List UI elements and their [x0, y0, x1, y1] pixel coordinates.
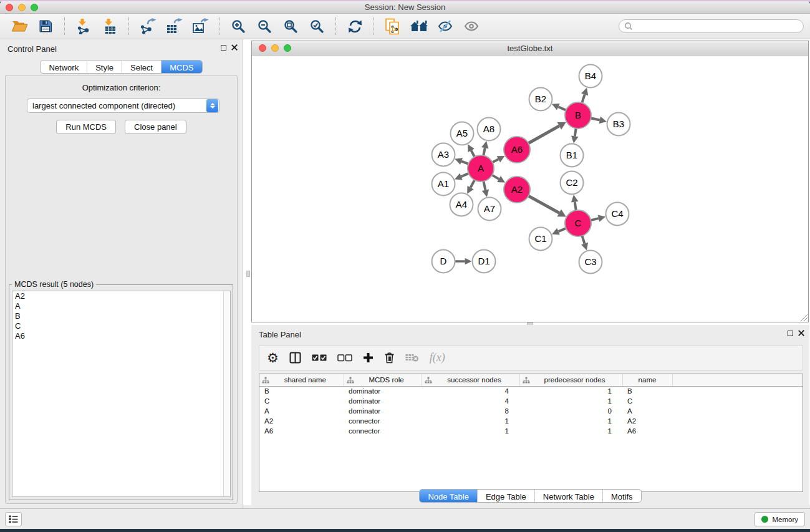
open-session-button[interactable]: [9, 16, 30, 36]
table-row[interactable]: Bdominator41B: [259, 386, 803, 396]
tab-network[interactable]: Network: [41, 60, 87, 73]
float-panel-icon[interactable]: [221, 45, 226, 51]
network-canvas[interactable]: B4B2BB3A8A5A6A3B1AC2A1A2A4A7C4CC1C3DD1: [252, 56, 808, 322]
export-network-button[interactable]: [137, 16, 158, 36]
show-task-history-button[interactable]: [5, 512, 22, 526]
show-view-button[interactable]: [461, 16, 482, 36]
table-cell[interactable]: connector: [344, 416, 422, 426]
run-mcds-button[interactable]: Run MCDS: [56, 120, 116, 134]
close-window-button[interactable]: [6, 4, 13, 11]
table-cell[interactable]: A2: [259, 416, 344, 426]
tab-select[interactable]: Select: [122, 60, 161, 73]
minimize-window-button[interactable]: [18, 4, 26, 11]
tab-style[interactable]: Style: [87, 60, 122, 73]
result-list-scrollbar[interactable]: [223, 291, 230, 496]
float-panel-icon[interactable]: [788, 331, 793, 336]
search-input[interactable]: [636, 22, 798, 31]
graph-edge[interactable]: [575, 202, 576, 211]
node-table[interactable]: shared name MCDS role successor nodes pr…: [259, 374, 803, 436]
table-settings-button[interactable]: ⚙: [267, 352, 279, 364]
graph-edge[interactable]: [558, 107, 566, 110]
graph-edge[interactable]: [528, 196, 559, 213]
memory-button[interactable]: Memory: [755, 512, 805, 526]
table-cell[interactable]: 4: [422, 386, 519, 396]
graph-edge[interactable]: [528, 126, 559, 143]
graph-edge[interactable]: [471, 180, 475, 188]
search-field[interactable]: [619, 19, 804, 33]
column-header-name[interactable]: name: [622, 374, 672, 386]
close-panel-icon[interactable]: [231, 44, 238, 51]
table-cell[interactable]: 1: [519, 396, 622, 406]
table-cell[interactable]: A6: [259, 426, 344, 436]
graph-edge[interactable]: [575, 128, 576, 137]
column-header-successor-nodes[interactable]: successor nodes: [422, 374, 519, 386]
graph-edge[interactable]: [590, 218, 598, 220]
table-cell[interactable]: 8: [422, 406, 519, 416]
tab-network-table[interactable]: Network Table: [534, 490, 602, 502]
table-cell[interactable]: C: [622, 396, 672, 406]
new-network-from-selection-button[interactable]: [382, 16, 403, 36]
table-cell[interactable]: dominator: [344, 406, 422, 416]
table-cell[interactable]: 1: [519, 416, 622, 426]
graph-edge[interactable]: [559, 228, 567, 231]
table-cell[interactable]: 1: [519, 386, 622, 396]
mcds-result-list[interactable]: A2ABCA6: [12, 291, 231, 497]
import-network-button[interactable]: [73, 16, 94, 36]
table-cell[interactable]: 1: [422, 426, 519, 436]
graph-edge[interactable]: [483, 181, 485, 190]
delete-columns-button[interactable]: [384, 352, 395, 364]
zoom-in-button[interactable]: [228, 16, 249, 36]
close-panel-button[interactable]: Close panel: [125, 120, 186, 134]
table-row[interactable]: A2connector11A2: [259, 416, 803, 426]
table-cell[interactable]: 0: [519, 406, 622, 416]
show-columns-button[interactable]: [289, 352, 301, 364]
table-cell[interactable]: A: [622, 406, 672, 416]
graph-edge[interactable]: [582, 94, 585, 103]
table-cell[interactable]: B: [622, 386, 672, 396]
graph-edge[interactable]: [582, 235, 584, 244]
unselect-all-columns-button[interactable]: [337, 354, 352, 362]
column-header-shared-name[interactable]: shared name: [259, 374, 344, 386]
graph-edge[interactable]: [491, 175, 499, 179]
table-row[interactable]: Cdominator41C: [259, 396, 803, 406]
window-resize-grip[interactable]: [799, 313, 808, 321]
column-header-predecessor-nodes[interactable]: predecessor nodes: [519, 374, 622, 386]
result-item[interactable]: A2: [12, 291, 230, 301]
table-cell[interactable]: dominator: [344, 396, 422, 406]
table-cell[interactable]: 4: [422, 396, 519, 406]
zoom-out-button[interactable]: [254, 16, 275, 36]
network-graph[interactable]: B4B2BB3A8A5A6A3B1AC2A1A2A4A7C4CC1C3DD1: [252, 56, 808, 322]
zoom-window-button[interactable]: [31, 4, 38, 11]
function-builder-button[interactable]: f(x): [430, 351, 445, 364]
table-cell[interactable]: B: [259, 386, 344, 396]
delete-table-button[interactable]: [405, 353, 419, 362]
result-item[interactable]: C: [12, 321, 230, 331]
export-table-button[interactable]: [163, 16, 185, 36]
graph-edge[interactable]: [461, 173, 470, 177]
home-button[interactable]: [408, 16, 430, 36]
table-cell[interactable]: A6: [622, 426, 672, 436]
save-session-button[interactable]: [35, 16, 56, 36]
zoom-selected-button[interactable]: [306, 16, 327, 36]
create-column-button[interactable]: [363, 352, 374, 363]
tab-mcds[interactable]: MCDS: [161, 60, 201, 73]
network-close-button[interactable]: [259, 44, 266, 52]
table-cell[interactable]: 1: [422, 416, 519, 426]
table-cell[interactable]: dominator: [344, 386, 422, 396]
table-cell[interactable]: connector: [344, 426, 422, 436]
table-row[interactable]: Adominator80A: [259, 406, 803, 416]
tab-motifs[interactable]: Motifs: [602, 490, 641, 502]
close-panel-icon[interactable]: [798, 330, 804, 336]
column-header-mcds-role[interactable]: MCDS role: [344, 374, 422, 386]
table-row[interactable]: A6connector11A6: [259, 426, 803, 436]
table-cell[interactable]: A2: [622, 416, 672, 426]
network-zoom-button[interactable]: [284, 44, 291, 52]
graph-edge[interactable]: [591, 118, 600, 120]
tab-node-table[interactable]: Node Table: [420, 490, 477, 502]
result-item[interactable]: A: [12, 301, 230, 311]
table-cell[interactable]: C: [259, 396, 344, 406]
result-item[interactable]: A6: [12, 331, 230, 341]
criterion-select[interactable]: largest connected component (directed): [27, 99, 219, 113]
table-cell[interactable]: 1: [519, 426, 622, 436]
hide-details-button[interactable]: [435, 16, 456, 36]
